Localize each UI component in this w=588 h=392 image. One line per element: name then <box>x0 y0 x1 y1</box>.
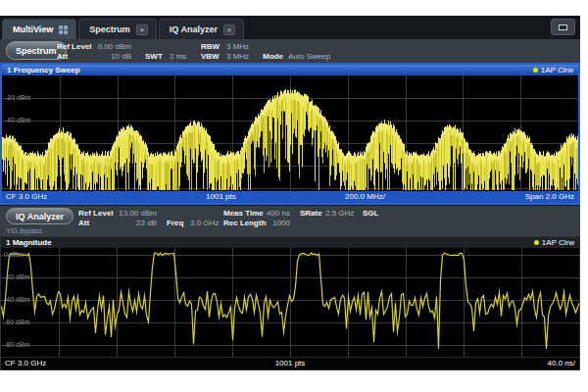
srate-value: 2.5 GHz <box>325 209 354 218</box>
sgl-flag: SGL <box>363 209 378 218</box>
magnitude-window: 1 Magnitude 1AP Clrw 0 dBm-20 dBm-40 dBm… <box>0 236 580 370</box>
span-label: Span 2.0 GHz <box>525 192 574 201</box>
iq-ref-level-value: 13.00 dBm <box>114 209 157 218</box>
y-axis-tick-label: -20 dBm <box>4 273 29 280</box>
tab-iq-analyzer-label: IQ Analyzer <box>170 24 218 34</box>
vbw-label: VBW <box>201 52 220 61</box>
y-axis-tick-label: -20 dBm <box>5 94 30 101</box>
cf-label: CF 3.0 GHz <box>6 192 47 201</box>
analyzer-screen: MultiView Spectrum × IQ Analyzer × Spect… <box>0 16 580 370</box>
display-button[interactable] <box>551 19 575 35</box>
trace-legend-label: 1AP Clrw <box>541 66 573 74</box>
iq-channel-button[interactable]: IQ Analyzer <box>6 208 74 224</box>
y-axis-tick-label: 0 dBm <box>4 251 24 258</box>
meas-time-value: 400 ns <box>263 209 290 218</box>
swt-value: 2 ms <box>170 52 186 61</box>
frequency-sweep-titlebar: 1 Frequency Sweep 1AP Clrw <box>2 65 578 75</box>
close-icon[interactable]: × <box>136 24 148 35</box>
pts-label: 1001 pts <box>206 192 236 201</box>
rbw-value: 3 MHz <box>226 42 249 51</box>
tab-multiview[interactable]: MultiView <box>2 19 76 39</box>
ref-level-value: 0.00 dBm <box>92 42 131 51</box>
cf-label: CF 3.0 GHz <box>5 359 46 368</box>
frequency-sweep-window: 1 Frequency Sweep 1AP Clrw -20 dBm-40 dB… <box>0 63 580 205</box>
spectrum-axis-bar: CF 3.0 GHz 1001 pts 200.0 MHz/ Span 2.0 … <box>2 191 578 203</box>
grid-icon <box>59 25 68 34</box>
magnitude-chart[interactable]: 0 dBm-20 dBm-40 dBm-60 dBm-80 dBm <box>1 248 579 357</box>
magnitude-axis-bar: CF 3.0 GHz 1001 pts 40.0 ns/ <box>1 357 579 369</box>
rbw-label: RBW <box>201 42 220 51</box>
iq-att-value: 23 dB <box>114 219 157 227</box>
trace-legend-label: 1AP Clrw <box>542 238 574 247</box>
display-icon <box>559 24 567 30</box>
swt-label: SWT <box>145 52 163 61</box>
vbw-value: 3 MHz <box>226 52 249 61</box>
spectrum-chart[interactable]: -20 dBm-40 dBm <box>2 75 578 191</box>
trace-dot-icon <box>534 240 539 245</box>
frequency-sweep-title: 1 Frequency Sweep <box>7 66 80 74</box>
tab-spectrum-label: Spectrum <box>89 24 130 34</box>
perdiv-label: 200.0 MHz/ <box>345 192 385 201</box>
yig-bypass-label: YIG Bypass <box>6 227 42 234</box>
y-axis-tick-label: -60 dBm <box>4 318 29 325</box>
iq-ref-level-label: Ref Level <box>78 209 114 218</box>
mode-value: Auto Sweep <box>288 52 330 61</box>
trace-dot-icon <box>533 68 538 73</box>
ref-level-label: Ref Level <box>57 42 92 51</box>
magnitude-title: 1 Magnitude <box>6 238 52 247</box>
trace-legend[interactable]: 1AP Clrw <box>534 238 574 247</box>
y-axis-tick-label: -40 dBm <box>5 117 30 123</box>
iq-att-label: Att <box>78 219 89 227</box>
meas-time-label: Meas Time <box>223 209 264 218</box>
tab-bar: MultiView Spectrum × IQ Analyzer × <box>0 16 580 39</box>
srate-label: SRate <box>300 209 322 218</box>
spectrum-channel-header: Spectrum Ref Level 0.00 dBm Att 10 dB SW… <box>0 39 580 63</box>
y-axis-tick-label: -40 dBm <box>4 296 29 303</box>
tab-spectrum[interactable]: Spectrum × <box>78 19 157 39</box>
perdiv-label: 40.0 ns/ <box>548 359 575 368</box>
trace-legend[interactable]: 1AP Clrw <box>533 66 573 74</box>
iq-freq-value: 3.0 GHz <box>190 219 219 227</box>
tab-multiview-label: MultiView <box>13 24 53 34</box>
rec-length-label: Rec Length <box>223 219 267 227</box>
magnitude-titlebar: 1 Magnitude 1AP Clrw <box>1 237 579 248</box>
att-value: 10 dB <box>92 52 131 61</box>
close-icon[interactable]: × <box>223 24 235 35</box>
iq-freq-label: Freq <box>167 219 183 227</box>
iq-channel-header: IQ Analyzer YIG Bypass Ref Level 13.00 d… <box>0 205 580 236</box>
att-label: Att <box>57 52 68 61</box>
pts-label: 1001 pts <box>275 359 306 368</box>
y-axis-tick-label: -80 dBm <box>4 341 29 348</box>
tab-iq-analyzer[interactable]: IQ Analyzer × <box>159 19 244 39</box>
rec-length-value: 1000 <box>263 219 290 227</box>
mode-label: Mode <box>263 52 283 61</box>
